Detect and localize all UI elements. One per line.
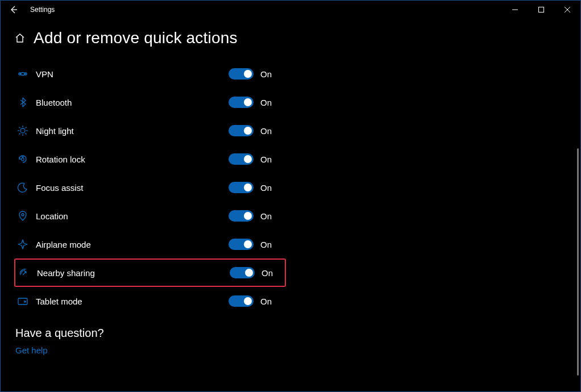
action-toggle-group: On xyxy=(230,267,273,278)
action-left: Focus assist xyxy=(14,182,229,193)
action-label: Location xyxy=(31,211,68,221)
action-label: Bluetooth xyxy=(31,98,72,107)
back-button[interactable] xyxy=(1,1,27,19)
settings-window: Settings Add or remove quick actions VPN… xyxy=(0,0,581,392)
toggle-state-label: On xyxy=(260,211,272,221)
titlebar: Settings xyxy=(1,1,580,19)
action-label: VPN xyxy=(31,69,53,79)
action-row-bluetooth: BluetoothOn xyxy=(14,88,286,116)
toggle-state-label: On xyxy=(260,69,272,79)
action-label: Focus assist xyxy=(31,183,83,193)
toggle-knob xyxy=(244,155,252,163)
nearby-sharing-toggle[interactable] xyxy=(230,267,255,278)
action-row-tablet-mode: Tablet modeOn xyxy=(14,287,286,315)
help-section: Have a question? Get help xyxy=(14,327,567,355)
action-row-rotation-lock: Rotation lockOn xyxy=(14,145,286,173)
action-toggle-group: On xyxy=(229,153,272,165)
action-row-vpn: VPNOn xyxy=(14,60,286,88)
window-title: Settings xyxy=(27,6,55,14)
maximize-button[interactable] xyxy=(528,1,554,19)
airplane-mode-icon xyxy=(14,239,31,250)
action-left: Airplane mode xyxy=(14,239,229,250)
minimize-icon xyxy=(512,6,518,13)
action-left: Bluetooth xyxy=(14,97,229,108)
svg-rect-1 xyxy=(539,7,544,12)
page-header: Add or remove quick actions xyxy=(14,29,567,47)
night-light-icon xyxy=(14,125,31,136)
rotation-lock-icon xyxy=(14,153,31,165)
page-title: Add or remove quick actions xyxy=(34,29,238,47)
window-controls xyxy=(502,1,580,19)
action-left: Tablet mode xyxy=(14,295,229,307)
toggle-state-label: On xyxy=(260,240,272,249)
action-row-location: LocationOn xyxy=(14,202,286,230)
focus-assist-toggle[interactable] xyxy=(229,182,254,193)
tablet-mode-icon xyxy=(14,295,31,307)
action-row-nearby-sharing: Nearby sharingOn xyxy=(14,258,286,287)
toggle-state-label: On xyxy=(260,126,272,136)
toggle-knob xyxy=(244,70,252,78)
toggle-knob xyxy=(244,212,252,220)
toggle-state-label: On xyxy=(260,98,272,107)
toggle-state-label: On xyxy=(260,183,272,193)
action-label: Airplane mode xyxy=(31,240,91,249)
action-left: Rotation lock xyxy=(14,153,229,165)
get-help-link[interactable]: Get help xyxy=(15,345,567,355)
content-area: Add or remove quick actions VPNOnBluetoo… xyxy=(1,19,580,355)
nearby-sharing-icon xyxy=(15,267,32,278)
toggle-state-label: On xyxy=(260,297,272,306)
action-row-airplane-mode: Airplane modeOn xyxy=(14,230,286,258)
vpn-icon xyxy=(14,68,31,80)
toggle-state-label: On xyxy=(262,268,273,278)
action-left: Location xyxy=(14,210,229,222)
toggle-knob xyxy=(244,240,252,248)
action-row-focus-assist: Focus assistOn xyxy=(14,173,286,202)
bluetooth-toggle[interactable] xyxy=(229,97,254,108)
toggle-knob xyxy=(244,184,252,191)
toggle-knob xyxy=(244,127,252,135)
action-label: Tablet mode xyxy=(31,297,82,306)
action-label: Nearby sharing xyxy=(32,268,95,278)
airplane-mode-toggle[interactable] xyxy=(229,239,254,250)
location-toggle[interactable] xyxy=(229,210,254,222)
action-toggle-group: On xyxy=(229,125,272,136)
action-label: Night light xyxy=(31,126,74,136)
help-heading: Have a question? xyxy=(15,327,567,340)
maximize-icon xyxy=(538,6,545,13)
toggle-knob xyxy=(245,269,253,277)
close-icon xyxy=(564,6,571,13)
location-icon xyxy=(14,210,31,222)
action-left: VPN xyxy=(14,68,229,80)
tablet-mode-toggle[interactable] xyxy=(229,295,254,307)
vpn-toggle[interactable] xyxy=(229,68,254,80)
action-toggle-group: On xyxy=(229,97,272,108)
action-left: Nearby sharing xyxy=(15,267,230,278)
toggle-knob xyxy=(244,297,252,305)
rotation-lock-toggle[interactable] xyxy=(229,153,254,165)
night-light-toggle[interactable] xyxy=(229,125,254,136)
action-toggle-group: On xyxy=(229,295,272,307)
action-toggle-group: On xyxy=(229,210,272,222)
toggle-knob xyxy=(244,98,252,106)
home-icon[interactable] xyxy=(14,32,26,44)
minimize-button[interactable] xyxy=(502,1,528,19)
vertical-scrollbar[interactable] xyxy=(577,148,579,376)
action-row-night-light: Night lightOn xyxy=(14,116,286,145)
quick-actions-list: VPNOnBluetoothOnNight lightOnRotation lo… xyxy=(14,60,286,315)
action-label: Rotation lock xyxy=(31,155,85,164)
action-toggle-group: On xyxy=(229,68,272,80)
focus-assist-icon xyxy=(14,182,31,193)
action-left: Night light xyxy=(14,125,229,136)
action-toggle-group: On xyxy=(229,239,272,250)
action-toggle-group: On xyxy=(229,182,272,193)
toggle-state-label: On xyxy=(260,155,272,164)
bluetooth-icon xyxy=(14,97,31,108)
back-arrow-icon xyxy=(9,5,18,14)
close-button[interactable] xyxy=(554,1,580,19)
